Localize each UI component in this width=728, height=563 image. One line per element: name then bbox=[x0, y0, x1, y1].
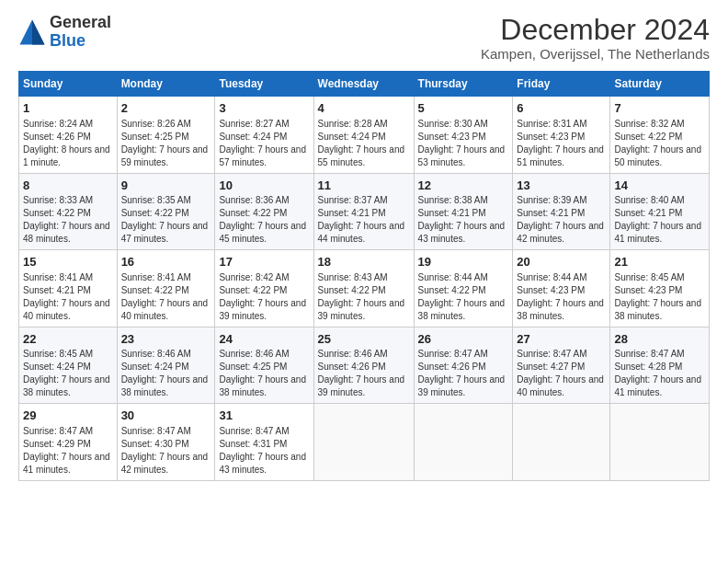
calendar-week-row: 1 Sunrise: 8:24 AM Sunset: 4:26 PM Dayli… bbox=[19, 97, 710, 174]
calendar-cell: 16 Sunrise: 8:41 AM Sunset: 4:22 PM Dayl… bbox=[117, 250, 215, 327]
day-number: 18 bbox=[318, 254, 410, 270]
day-number: 27 bbox=[517, 331, 606, 348]
calendar-cell: 25 Sunrise: 8:46 AM Sunset: 4:26 PM Dayl… bbox=[313, 327, 414, 404]
col-saturday: Saturday bbox=[610, 72, 710, 97]
day-number: 31 bbox=[219, 408, 309, 424]
calendar-cell: 19 Sunrise: 8:44 AM Sunset: 4:22 PM Dayl… bbox=[414, 250, 513, 327]
day-content: Sunrise: 8:30 AM Sunset: 4:23 PM Dayligh… bbox=[418, 118, 509, 169]
day-content: Sunrise: 8:41 AM Sunset: 4:21 PM Dayligh… bbox=[23, 271, 113, 323]
calendar-cell: 14 Sunrise: 8:40 AM Sunset: 4:21 PM Dayl… bbox=[610, 173, 710, 250]
calendar-week-row: 15 Sunrise: 8:41 AM Sunset: 4:21 PM Dayl… bbox=[19, 250, 710, 327]
day-number: 8 bbox=[23, 178, 113, 194]
day-content: Sunrise: 8:46 AM Sunset: 4:26 PM Dayligh… bbox=[318, 348, 410, 399]
day-number: 15 bbox=[23, 254, 113, 270]
calendar-cell: 1 Sunrise: 8:24 AM Sunset: 4:26 PM Dayli… bbox=[19, 97, 118, 174]
calendar-cell bbox=[414, 404, 513, 481]
main-title: December 2024 bbox=[481, 14, 710, 46]
calendar-cell: 23 Sunrise: 8:46 AM Sunset: 4:24 PM Dayl… bbox=[117, 327, 215, 404]
day-content: Sunrise: 8:27 AM Sunset: 4:24 PM Dayligh… bbox=[219, 118, 309, 169]
day-content: Sunrise: 8:44 AM Sunset: 4:23 PM Dayligh… bbox=[517, 271, 606, 323]
calendar-cell: 2 Sunrise: 8:26 AM Sunset: 4:25 PM Dayli… bbox=[117, 97, 215, 174]
header: General Blue December 2024 Kampen, Overi… bbox=[18, 14, 710, 62]
day-content: Sunrise: 8:26 AM Sunset: 4:25 PM Dayligh… bbox=[121, 118, 211, 169]
calendar-cell bbox=[610, 404, 710, 481]
day-number: 25 bbox=[318, 331, 410, 348]
svg-marker-1 bbox=[32, 19, 45, 44]
calendar-cell: 30 Sunrise: 8:47 AM Sunset: 4:30 PM Dayl… bbox=[117, 404, 215, 481]
day-number: 7 bbox=[614, 100, 705, 117]
day-number: 23 bbox=[121, 331, 211, 348]
day-content: Sunrise: 8:38 AM Sunset: 4:21 PM Dayligh… bbox=[418, 194, 509, 246]
col-thursday: Thursday bbox=[414, 72, 513, 97]
calendar-cell: 4 Sunrise: 8:28 AM Sunset: 4:24 PM Dayli… bbox=[313, 97, 414, 174]
day-content: Sunrise: 8:37 AM Sunset: 4:21 PM Dayligh… bbox=[318, 194, 410, 246]
day-content: Sunrise: 8:28 AM Sunset: 4:24 PM Dayligh… bbox=[318, 118, 410, 169]
day-content: Sunrise: 8:35 AM Sunset: 4:22 PM Dayligh… bbox=[121, 194, 211, 246]
day-number: 14 bbox=[614, 178, 705, 194]
calendar-cell: 21 Sunrise: 8:45 AM Sunset: 4:23 PM Dayl… bbox=[610, 250, 710, 327]
day-content: Sunrise: 8:36 AM Sunset: 4:22 PM Dayligh… bbox=[219, 194, 309, 246]
day-number: 17 bbox=[219, 254, 309, 270]
day-content: Sunrise: 8:45 AM Sunset: 4:24 PM Dayligh… bbox=[23, 348, 113, 399]
logo-text: General Blue bbox=[50, 14, 111, 51]
col-wednesday: Wednesday bbox=[313, 72, 414, 97]
logo-general: General bbox=[50, 14, 111, 32]
day-content: Sunrise: 8:46 AM Sunset: 4:25 PM Dayligh… bbox=[219, 348, 309, 399]
day-content: Sunrise: 8:45 AM Sunset: 4:23 PM Dayligh… bbox=[614, 271, 705, 323]
calendar-cell: 31 Sunrise: 8:47 AM Sunset: 4:31 PM Dayl… bbox=[215, 404, 313, 481]
calendar-cell: 12 Sunrise: 8:38 AM Sunset: 4:21 PM Dayl… bbox=[414, 173, 513, 250]
calendar-week-row: 29 Sunrise: 8:47 AM Sunset: 4:29 PM Dayl… bbox=[19, 404, 710, 481]
calendar-cell bbox=[313, 404, 414, 481]
day-number: 10 bbox=[219, 178, 309, 194]
day-number: 30 bbox=[121, 408, 211, 424]
day-content: Sunrise: 8:47 AM Sunset: 4:29 PM Dayligh… bbox=[23, 425, 113, 477]
calendar-header-row: Sunday Monday Tuesday Wednesday Thursday… bbox=[19, 72, 710, 97]
day-number: 28 bbox=[614, 331, 705, 348]
page: General Blue December 2024 Kampen, Overi… bbox=[0, 0, 728, 563]
calendar-cell: 18 Sunrise: 8:43 AM Sunset: 4:22 PM Dayl… bbox=[313, 250, 414, 327]
logo-blue: Blue bbox=[50, 32, 111, 51]
calendar-cell: 8 Sunrise: 8:33 AM Sunset: 4:22 PM Dayli… bbox=[19, 173, 118, 250]
calendar-cell: 5 Sunrise: 8:30 AM Sunset: 4:23 PM Dayli… bbox=[414, 97, 513, 174]
day-content: Sunrise: 8:47 AM Sunset: 4:30 PM Dayligh… bbox=[121, 425, 211, 477]
calendar-cell: 20 Sunrise: 8:44 AM Sunset: 4:23 PM Dayl… bbox=[513, 250, 610, 327]
calendar-cell: 15 Sunrise: 8:41 AM Sunset: 4:21 PM Dayl… bbox=[19, 250, 118, 327]
day-number: 13 bbox=[517, 178, 606, 194]
day-content: Sunrise: 8:47 AM Sunset: 4:26 PM Dayligh… bbox=[418, 348, 509, 399]
day-content: Sunrise: 8:33 AM Sunset: 4:22 PM Dayligh… bbox=[23, 194, 113, 246]
calendar-cell: 27 Sunrise: 8:47 AM Sunset: 4:27 PM Dayl… bbox=[513, 327, 610, 404]
day-content: Sunrise: 8:32 AM Sunset: 4:22 PM Dayligh… bbox=[614, 118, 705, 169]
day-number: 19 bbox=[418, 254, 509, 270]
calendar-cell: 17 Sunrise: 8:42 AM Sunset: 4:22 PM Dayl… bbox=[215, 250, 313, 327]
calendar-table: Sunday Monday Tuesday Wednesday Thursday… bbox=[18, 71, 710, 481]
calendar-cell: 26 Sunrise: 8:47 AM Sunset: 4:26 PM Dayl… bbox=[414, 327, 513, 404]
calendar-cell: 24 Sunrise: 8:46 AM Sunset: 4:25 PM Dayl… bbox=[215, 327, 313, 404]
day-number: 1 bbox=[23, 100, 113, 117]
col-friday: Friday bbox=[513, 72, 610, 97]
day-content: Sunrise: 8:47 AM Sunset: 4:31 PM Dayligh… bbox=[219, 425, 309, 477]
calendar-cell: 10 Sunrise: 8:36 AM Sunset: 4:22 PM Dayl… bbox=[215, 173, 313, 250]
day-number: 24 bbox=[219, 331, 309, 348]
day-number: 6 bbox=[517, 100, 606, 117]
day-content: Sunrise: 8:44 AM Sunset: 4:22 PM Dayligh… bbox=[418, 271, 509, 323]
col-sunday: Sunday bbox=[19, 72, 118, 97]
day-number: 5 bbox=[418, 100, 509, 117]
calendar-cell: 13 Sunrise: 8:39 AM Sunset: 4:21 PM Dayl… bbox=[513, 173, 610, 250]
day-number: 22 bbox=[23, 331, 113, 348]
calendar-cell: 29 Sunrise: 8:47 AM Sunset: 4:29 PM Dayl… bbox=[19, 404, 118, 481]
day-content: Sunrise: 8:42 AM Sunset: 4:22 PM Dayligh… bbox=[219, 271, 309, 323]
day-number: 21 bbox=[614, 254, 705, 270]
calendar-week-row: 8 Sunrise: 8:33 AM Sunset: 4:22 PM Dayli… bbox=[19, 173, 710, 250]
day-number: 4 bbox=[318, 100, 410, 117]
day-number: 29 bbox=[23, 408, 113, 424]
subtitle: Kampen, Overijssel, The Netherlands bbox=[481, 46, 710, 62]
title-area: December 2024 Kampen, Overijssel, The Ne… bbox=[481, 14, 710, 62]
col-tuesday: Tuesday bbox=[215, 72, 313, 97]
logo-icon bbox=[18, 18, 46, 46]
day-number: 26 bbox=[418, 331, 509, 348]
calendar-cell: 28 Sunrise: 8:47 AM Sunset: 4:28 PM Dayl… bbox=[610, 327, 710, 404]
calendar-cell: 9 Sunrise: 8:35 AM Sunset: 4:22 PM Dayli… bbox=[117, 173, 215, 250]
logo-area: General Blue bbox=[18, 14, 111, 51]
day-number: 11 bbox=[318, 178, 410, 194]
day-content: Sunrise: 8:47 AM Sunset: 4:28 PM Dayligh… bbox=[614, 348, 705, 399]
